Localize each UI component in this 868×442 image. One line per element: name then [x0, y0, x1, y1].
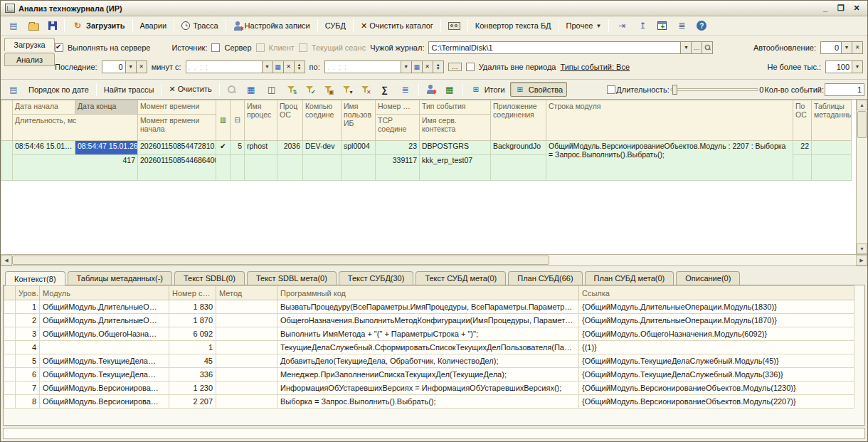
events-count-input[interactable]: 1 — [825, 83, 864, 96]
col-moment[interactable]: Момент времени — [138, 100, 216, 115]
scroll-thumb[interactable] — [857, 111, 867, 138]
col-user-ib[interactable]: Имя пользов ИБ — [342, 100, 376, 141]
help-button[interactable]: ? — [692, 19, 711, 33]
table-settings-button[interactable]: ▦ — [241, 82, 261, 97]
date-to-calendar-button[interactable]: ▦ — [412, 60, 423, 73]
bottom-tab-8[interactable]: Описание(0) — [676, 271, 740, 285]
date-from-spinner[interactable]: ▲▼ — [295, 60, 305, 73]
cell-proc-os[interactable]: 2036 — [277, 141, 303, 155]
slider-thumb[interactable] — [672, 85, 677, 95]
max-thousands-input[interactable]: 100 — [825, 60, 852, 73]
trace-button[interactable]: Трасса — [177, 19, 222, 32]
event-types-link[interactable]: Типы событий: Все — [560, 63, 630, 71]
last-dropdown-button[interactable]: ▼ — [126, 60, 137, 73]
bottom-tab-5[interactable]: Текст СУБД мета(0) — [416, 271, 506, 285]
minimize-button[interactable]: _ — [819, 4, 832, 13]
col-meta-tables[interactable]: Таблицы метаданных — [812, 100, 852, 141]
paste-up-button[interactable]: ↥ — [633, 19, 652, 33]
max-thousands-dropdown-button[interactable]: ▼ — [852, 60, 863, 73]
cassette-button[interactable] — [444, 20, 465, 32]
new-window-button[interactable] — [653, 19, 671, 32]
delete-outside-checkbox[interactable] — [466, 63, 475, 71]
totals-button[interactable]: ⊞Итоги — [466, 82, 509, 97]
autorefresh-input[interactable]: 0 — [820, 41, 842, 54]
source-server-checkbox[interactable] — [211, 43, 220, 52]
col-date-end[interactable]: Дата конца — [75, 100, 138, 115]
filter-apply-button[interactable]: ✔ — [301, 83, 319, 96]
table-row[interactable]: 6 ОбщийМодуль.ТекущиеДела… 336 Менеджер.… — [4, 368, 854, 382]
date-to-clear-button[interactable]: ✕ — [423, 60, 433, 73]
date-to-dropdown-button[interactable]: ▼ — [401, 60, 412, 73]
ctx-col-level[interactable]: Уров… — [16, 286, 40, 300]
col-computer[interactable]: Компью соедине — [303, 100, 342, 141]
col-tree-level[interactable]: ⊟ — [231, 100, 245, 141]
col-number[interactable]: Номер … — [376, 100, 420, 115]
save-button[interactable] — [44, 19, 61, 32]
foreign-journal-browse-button[interactable]: … — [692, 41, 702, 54]
col-po-os[interactable]: По ОС — [793, 100, 812, 141]
foreign-journal-search-button[interactable] — [702, 41, 713, 54]
col-check[interactable]: ▥ — [216, 100, 231, 141]
list-settings-button[interactable]: ≣ — [396, 82, 416, 97]
bottom-tab-3[interactable]: Текст SDBL мета(0) — [247, 271, 337, 285]
col-server-context[interactable]: Имя серв. контекста — [420, 115, 491, 141]
properties-button[interactable]: ⊞Свойства — [510, 82, 567, 97]
date-from-clear-button[interactable]: ✕ — [284, 60, 295, 73]
filter-sort-button[interactable]: ⇅ — [282, 83, 300, 96]
date-to-spinner[interactable]: ▲▼ — [433, 60, 444, 73]
bottom-tab-7[interactable]: План СУБД мета(0) — [585, 271, 674, 285]
ctx-col-method[interactable]: Метод — [216, 286, 277, 300]
more-button[interactable]: Прочее▼ — [562, 19, 606, 32]
cell-server-context[interactable]: kkk_erp_test07 — [420, 155, 491, 181]
form-settings-button[interactable]: ▤ — [4, 19, 23, 33]
col-app[interactable]: Приложение соединения — [491, 100, 546, 141]
cell-event-type[interactable]: DBPOSTGRS — [420, 141, 491, 155]
scroll-left-arrow[interactable]: ◀ — [1, 255, 12, 265]
ctx-col-line[interactable]: Номер с… — [169, 286, 216, 300]
filter-by-value-button[interactable]: ▣ — [319, 83, 337, 96]
cell-po-os[interactable]: 22 — [793, 141, 812, 155]
filter-clear-button[interactable]: ✕ — [356, 83, 374, 96]
record-settings-small-button[interactable]: ✱ — [422, 83, 439, 96]
cell-app[interactable]: BackgroundJo — [491, 141, 546, 155]
horizontal-scrollbar[interactable]: ◀ ▶ — [1, 254, 867, 266]
cell-computer[interactable]: DEV-dev — [303, 141, 342, 155]
tree-button[interactable]: ≣ — [672, 19, 692, 33]
scroll-right-arrow[interactable]: ▶ — [856, 255, 867, 265]
bottom-tab-1[interactable]: Таблицы метаданных(-) — [68, 271, 172, 285]
filter-menu-button[interactable]: ▾ — [338, 83, 356, 96]
date-to-input[interactable]: . . : : — [324, 60, 401, 73]
foreign-journal-dropdown-button[interactable]: ▼ — [681, 41, 692, 54]
col-proc-os[interactable]: Проц ОС — [277, 100, 303, 141]
scroll-up-arrow[interactable]: ▲ — [857, 100, 867, 110]
ctx-col-link[interactable]: Ссылка — [579, 286, 854, 300]
last-clear-button[interactable]: ✕ — [137, 60, 147, 73]
col-process-name[interactable]: Имя процес — [245, 100, 277, 141]
dbms-button[interactable]: СУБД — [321, 19, 350, 32]
bottom-tab-4[interactable]: Текст СУБД(30) — [339, 271, 414, 285]
table-row[interactable]: 4 1 ТекущиеДелаСлужебный.СформироватьСпи… — [4, 341, 854, 354]
open-button[interactable] — [24, 19, 43, 33]
metadata-table-button[interactable]: ▦ — [440, 82, 460, 97]
cell-moment[interactable]: 202601150854472810… — [138, 141, 216, 155]
record-settings-button[interactable]: ✱Настройка записи — [229, 19, 314, 33]
bottom-tab-6[interactable]: План СУБД(66) — [508, 271, 582, 285]
foreign-journal-input[interactable]: C:\TerminalDisk\1 — [428, 41, 681, 54]
table-row[interactable]: 3 ОбщийМодуль.ОбщегоНазна… 6 092 Выполни… — [4, 327, 854, 341]
maximize-button[interactable]: ❐ — [835, 4, 847, 13]
autorefresh-dropdown-button[interactable]: ▼ — [842, 41, 852, 54]
duration-slider[interactable] — [670, 88, 759, 91]
column-width-button[interactable]: ◫ — [262, 82, 282, 97]
sum-button[interactable]: ∑ — [375, 82, 395, 97]
date-from-calendar-button[interactable]: ▦ — [273, 60, 284, 73]
col-tcp[interactable]: TCP соедине — [376, 115, 420, 141]
cell-number[interactable]: 23 — [376, 141, 420, 155]
table-row[interactable]: 8 ОбщийМодуль.Версионирова… 2 207 Выборк… — [4, 395, 854, 409]
table-row[interactable]: 5 ОбщийМодуль.ТекущиеДела… 45 ДобавитьДе… — [4, 354, 854, 368]
db-text-converter-button[interactable]: Конвертор текста БД — [471, 19, 556, 32]
date-from-input[interactable]: . . : : — [186, 60, 263, 73]
table-row[interactable]: 2 ОбщийМодуль.ДлительныеО… 1 870 ОбщегоН… — [4, 314, 854, 327]
table-row[interactable]: 1 ОбщийМодуль.ДлительныеО… 1 830 Вызвать… — [4, 300, 854, 314]
cell-meta-tables[interactable] — [812, 141, 852, 155]
col-date-start[interactable]: Дата начала — [13, 100, 75, 115]
